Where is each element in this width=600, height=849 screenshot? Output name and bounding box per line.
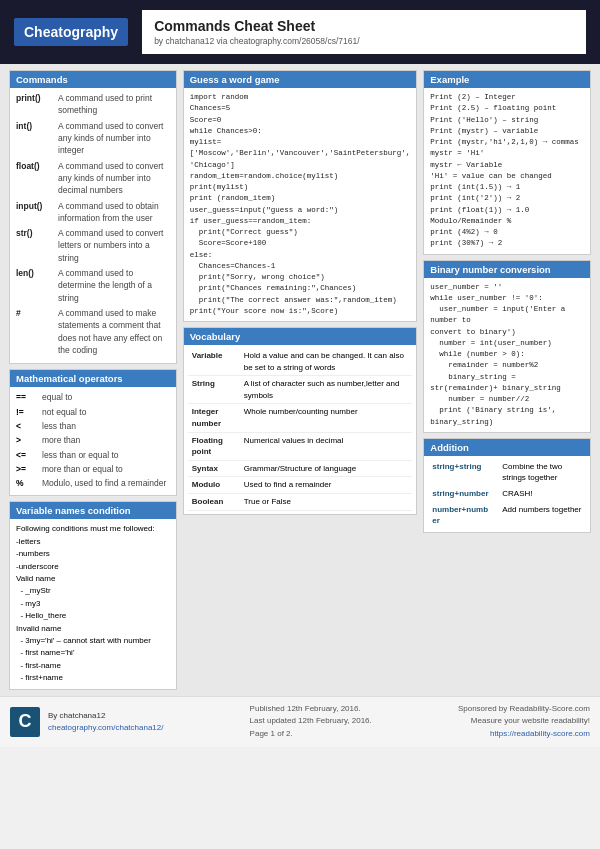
guess-word-section: Guess a word game import random Chances=… [183, 70, 418, 322]
footer-sponsor: Sponsored by Readability-Score.com Measu… [458, 703, 590, 741]
addition-table: string+string Combine the two strings to… [428, 459, 586, 529]
footer: C By chatchana12 cheatography.com/chatch… [0, 696, 600, 747]
logo: Cheatography [14, 18, 128, 46]
footer-updated: Last updated 12th February, 2016. [250, 715, 372, 728]
example-header: Example [424, 71, 590, 88]
addition-body: string+string Combine the two strings to… [424, 456, 590, 532]
vocab-syntax: Syntax Grammar/Structure of language [188, 460, 413, 477]
addition-header: Addition [424, 439, 590, 456]
math-eq: == equal to [16, 391, 170, 403]
vocab-string: String A list of character such as numbe… [188, 376, 413, 404]
math-header: Mathematical operators [10, 370, 176, 387]
guess-word-body: import random Chances=5 Score=0 while Ch… [184, 88, 417, 321]
footer-logo: C [10, 707, 40, 737]
main-content: Commands print() A command used to print… [0, 64, 600, 696]
footer-center: Published 12th February, 2016. Last upda… [250, 703, 372, 741]
vocab-modulo: Modulo Used to find a remainder [188, 477, 413, 494]
vocab-table: Variable Hold a value and can be changed… [188, 348, 413, 511]
footer-left: C By chatchana12 cheatography.com/chatch… [10, 707, 163, 737]
guess-word-header: Guess a word game [184, 71, 417, 88]
cmd-int: int() A command used to convert any kind… [16, 120, 170, 157]
addition-num-num: number+numb er Add numbers together [428, 502, 586, 529]
cmd-len: len() A command used to determine the le… [16, 267, 170, 304]
variable-names-header: Variable names condition [10, 502, 176, 519]
addition-str-num: string+number CRASH! [428, 486, 586, 502]
column-3: Example Print (2) – Integer Print (2.5) … [423, 70, 591, 690]
cmd-print: print() A command used to print somethin… [16, 92, 170, 117]
vocabulary-section: Vocabulary Variable Hold a value and can… [183, 327, 418, 515]
binary-header: Binary number conversion [424, 261, 590, 278]
vocab-variable: Variable Hold a value and can be changed… [188, 348, 413, 376]
math-lt: < less than [16, 420, 170, 432]
variable-names-section: Variable names condition Following condi… [9, 501, 177, 689]
footer-sponsor-link[interactable]: https://readability-score.com [490, 729, 590, 738]
math-lte: <= less than or equal to [16, 449, 170, 461]
footer-published: Published 12th February, 2016. [250, 703, 372, 716]
vocab-floating: Floating point Numerical values in decim… [188, 432, 413, 460]
page-title: Commands Cheat Sheet [154, 18, 574, 34]
addition-str-str: string+string Combine the two strings to… [428, 459, 586, 486]
variable-names-body: Following conditions must me followed: -… [10, 519, 176, 688]
vocabulary-body: Variable Hold a value and can be changed… [184, 345, 417, 514]
binary-section: Binary number conversion user_number = '… [423, 260, 591, 433]
commands-body: print() A command used to print somethin… [10, 88, 176, 363]
example-section: Example Print (2) – Integer Print (2.5) … [423, 70, 591, 255]
binary-body: user_number = '' while user_number != '0… [424, 278, 590, 432]
example-code: Print (2) – Integer Print (2.5) – floati… [430, 92, 584, 250]
column-2: Guess a word game import random Chances=… [183, 70, 418, 690]
cmd-input: input() A command used to obtain informa… [16, 200, 170, 225]
footer-sponsor-label: Sponsored by Readability-Score.com [458, 703, 590, 716]
footer-sponsor-desc: Measure your website readability! [458, 715, 590, 728]
example-body: Print (2) – Integer Print (2.5) – floati… [424, 88, 590, 254]
math-body: == equal to != not equal to < less than … [10, 387, 176, 495]
footer-author: By chatchana12 [48, 710, 163, 722]
math-gt: > more than [16, 434, 170, 446]
footer-info: By chatchana12 cheatography.com/chatchan… [48, 710, 163, 734]
math-neq: != not equal to [16, 406, 170, 418]
vocab-integer: Integer number Whole number/counting num… [188, 404, 413, 432]
header-title-block: Commands Cheat Sheet by chatchana12 via … [142, 10, 586, 54]
page-subtitle: by chatchana12 via cheatography.com/2605… [154, 36, 574, 46]
header: Cheatography Commands Cheat Sheet by cha… [0, 0, 600, 64]
commands-header: Commands [10, 71, 176, 88]
footer-author-link[interactable]: cheatography.com/chatchana12/ [48, 723, 163, 732]
math-operators-section: Mathematical operators == equal to != no… [9, 369, 177, 496]
cmd-hash: # A command used to make statements a co… [16, 307, 170, 356]
commands-section: Commands print() A command used to print… [9, 70, 177, 364]
cmd-float: float() A command used to convert any ki… [16, 160, 170, 197]
math-mod: % Modulo, used to find a remainder [16, 477, 170, 489]
column-1: Commands print() A command used to print… [9, 70, 177, 690]
addition-section: Addition string+string Combine the two s… [423, 438, 591, 533]
binary-code: user_number = '' while user_number != '0… [430, 282, 584, 428]
vocab-boolean: Boolean True or False [188, 493, 413, 510]
guess-word-code: import random Chances=5 Score=0 while Ch… [190, 92, 411, 317]
cmd-str: str() A command used to convert letters … [16, 227, 170, 264]
vocabulary-header: Vocabulary [184, 328, 417, 345]
math-gte: >= more than or equal to [16, 463, 170, 475]
footer-page: Page 1 of 2. [250, 728, 372, 741]
